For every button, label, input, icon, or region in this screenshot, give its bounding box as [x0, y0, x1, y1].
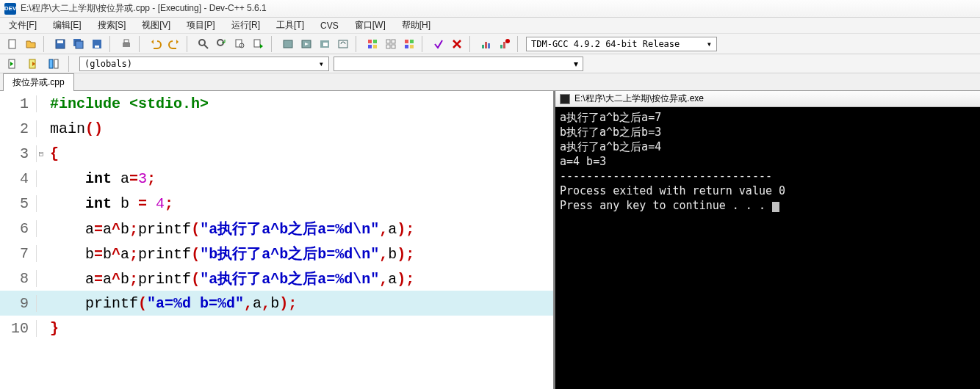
- menu-file[interactable]: 文件[F]: [4, 18, 41, 33]
- code-line[interactable]: 2main(): [0, 116, 553, 141]
- menu-edit[interactable]: 编辑[E]: [48, 18, 86, 33]
- separator: [422, 36, 426, 52]
- console-line: a执行了a^b之后a=4: [560, 139, 976, 154]
- svg-rect-18: [323, 43, 328, 46]
- compile-icon[interactable]: [280, 36, 296, 52]
- redo-icon[interactable]: [166, 36, 182, 52]
- line-number: 5: [0, 195, 37, 212]
- svg-rect-21: [373, 40, 377, 43]
- code-line[interactable]: 4 int a=3;: [0, 166, 553, 191]
- code-line[interactable]: 5 int b = 4;: [0, 191, 553, 216]
- replace-icon[interactable]: [214, 36, 230, 52]
- grid2-icon[interactable]: [383, 36, 399, 52]
- run-icon[interactable]: [298, 36, 314, 52]
- code-content: a=a^b;printf("a执行了a^b之后a=%d\n",a);: [46, 269, 414, 288]
- menu-run[interactable]: 运行[R]: [227, 18, 264, 33]
- grid3-icon[interactable]: [401, 36, 417, 52]
- open-file-icon[interactable]: [23, 36, 39, 52]
- code-line[interactable]: 3⊟{: [0, 141, 553, 166]
- svg-rect-28: [405, 40, 408, 43]
- console-line: a执行了a^b之后a=7: [560, 110, 976, 125]
- compiler-select[interactable]: TDM-GCC 4.9.2 64-bit Release: [526, 37, 717, 51]
- bookmark-back-icon[interactable]: [4, 56, 21, 72]
- menu-help[interactable]: 帮助[H]: [397, 18, 435, 33]
- line-number: 3: [0, 145, 37, 162]
- svg-rect-7: [123, 43, 130, 47]
- line-number: 9: [0, 295, 37, 312]
- menu-tools[interactable]: 工具[T]: [272, 18, 309, 33]
- console-output[interactable]: a执行了a^b之后a=7b执行了a^b之后b=3a执行了a^b之后a=4a=4 …: [555, 107, 980, 389]
- undo-icon[interactable]: [148, 36, 164, 52]
- code-editor[interactable]: 1#include <stdio.h>2main()3⊟{4 int a=3;5…: [0, 91, 555, 389]
- separator: [356, 36, 360, 52]
- profile-icon[interactable]: [478, 36, 494, 52]
- globals-select[interactable]: (globals): [79, 57, 329, 71]
- titlebar: DEV E:\程序\大二上学期\按位异或.cpp - [Executing] -…: [0, 0, 980, 18]
- svg-rect-35: [500, 45, 502, 48]
- code-content: b=b^a;printf("b执行了a^b之后b=%d\n",b);: [46, 244, 414, 263]
- svg-rect-34: [488, 43, 490, 48]
- code-line[interactable]: 10}: [0, 316, 553, 341]
- code-line[interactable]: 9 printf("a=%d b=%d",a,b);: [0, 291, 553, 316]
- svg-rect-24: [386, 40, 390, 43]
- separator: [187, 36, 191, 52]
- console-titlebar: E:\程序\大二上学期\按位异或.exe: [555, 91, 980, 107]
- console-line: a=4 b=3: [560, 154, 976, 169]
- svg-rect-33: [485, 42, 487, 48]
- code-line[interactable]: 6 a=a^b;printf("a执行了a^b之后a=%d\n",a);: [0, 216, 553, 241]
- line-number: 10: [0, 320, 37, 337]
- svg-rect-36: [503, 42, 505, 48]
- menu-window[interactable]: 窗口[W]: [350, 18, 390, 33]
- class-browser-icon[interactable]: [46, 56, 62, 72]
- menu-search[interactable]: 搜索[S]: [93, 18, 131, 33]
- symbol-select[interactable]: [334, 57, 583, 71]
- console-line: Press any key to continue . . .: [560, 198, 976, 213]
- code-line[interactable]: 1#include <stdio.h>: [0, 91, 553, 116]
- save-icon[interactable]: [52, 36, 68, 52]
- find-in-files-icon[interactable]: [232, 36, 248, 52]
- save-all-icon[interactable]: [71, 36, 87, 52]
- line-number: 1: [0, 95, 37, 112]
- svg-rect-2: [57, 40, 63, 43]
- code-line[interactable]: 8 a=a^b;printf("a执行了a^b之后a=%d\n",a);: [0, 266, 553, 291]
- console-line: Process exited with return value 0: [560, 183, 976, 198]
- save-as-icon[interactable]: [89, 36, 105, 52]
- debug-icon[interactable]: [430, 36, 447, 52]
- cursor-icon: [772, 202, 779, 212]
- code-content: int a=3;: [46, 170, 156, 187]
- menu-view[interactable]: 视图[V]: [137, 18, 175, 33]
- svg-point-37: [505, 39, 510, 43]
- menubar: 文件[F] 编辑[E] 搜索[S] 视图[V] 项目[P] 运行[R] 工具[T…: [0, 18, 980, 34]
- code-content: main(): [46, 120, 103, 137]
- svg-rect-6: [95, 46, 99, 48]
- code-content: int b = 4;: [46, 195, 173, 212]
- file-tab[interactable]: 按位异或.cpp: [3, 73, 74, 91]
- grid1-icon[interactable]: [364, 36, 381, 52]
- separator: [43, 36, 48, 52]
- svg-rect-4: [76, 41, 83, 48]
- line-number: 2: [0, 120, 37, 137]
- rebuild-icon[interactable]: [335, 36, 351, 52]
- svg-rect-15: [284, 40, 292, 48]
- window-title: E:\程序\大二上学期\按位异或.cpp - [Executing] - Dev…: [21, 2, 267, 15]
- console-line: --------------------------------: [560, 169, 976, 183]
- code-content: a=a^b;printf("a执行了a^b之后a=%d\n",a);: [46, 219, 414, 239]
- compile-run-icon[interactable]: [317, 36, 333, 52]
- svg-rect-29: [410, 40, 414, 43]
- separator: [517, 36, 522, 52]
- goto-icon[interactable]: [251, 36, 267, 52]
- line-number: 6: [0, 220, 37, 237]
- svg-rect-26: [386, 45, 390, 48]
- bookmark-fwd-icon[interactable]: [25, 56, 41, 72]
- code-line[interactable]: 7 b=b^a;printf("b执行了a^b之后b=%d\n",b);: [0, 241, 553, 266]
- menu-cvs[interactable]: CVS: [316, 19, 343, 32]
- stop-icon[interactable]: [449, 36, 465, 52]
- toolbar: TDM-GCC 4.9.2 64-bit Release: [0, 34, 980, 54]
- new-file-icon[interactable]: [4, 36, 21, 52]
- svg-rect-41: [54, 59, 58, 68]
- find-icon[interactable]: [195, 36, 212, 52]
- menu-project[interactable]: 项目[P]: [182, 18, 220, 33]
- delete-profile-icon[interactable]: [497, 36, 513, 52]
- fold-marker[interactable]: ⊟: [37, 149, 46, 159]
- print-icon[interactable]: [118, 36, 134, 52]
